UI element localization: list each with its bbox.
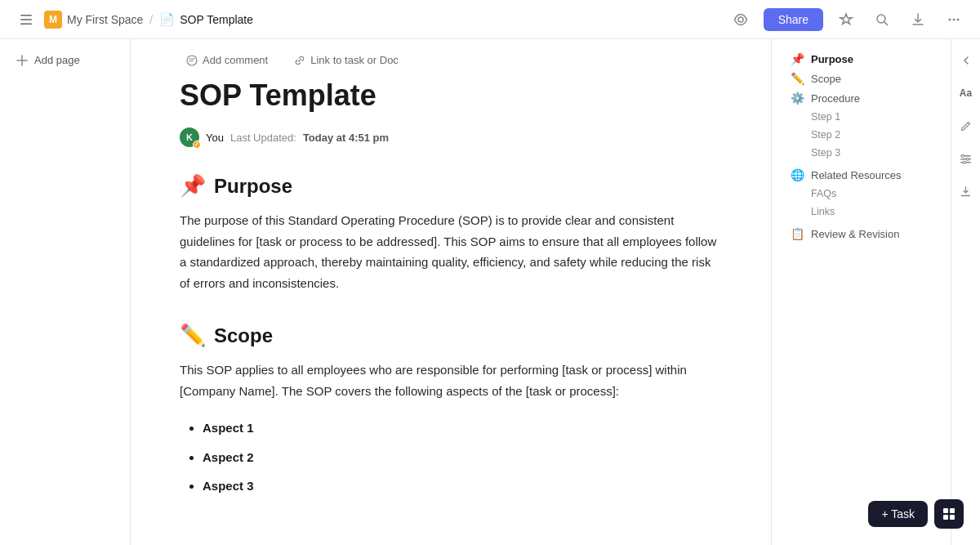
svg-point-7 [957, 18, 960, 20]
toc-review-icon: 📋 [790, 227, 804, 240]
svg-point-3 [738, 17, 743, 22]
toc-scope-icon: ✏️ [790, 72, 804, 85]
svg-rect-2 [20, 23, 32, 25]
add-page-button[interactable]: Add page [5, 49, 125, 71]
doc-icon: 📄 [159, 12, 175, 27]
star-button[interactable] [833, 7, 859, 33]
svg-point-5 [949, 18, 951, 20]
purpose-emoji: 📌 [180, 173, 206, 199]
svg-point-13 [967, 158, 969, 160]
breadcrumb-separator: / [149, 13, 153, 26]
purpose-body: The purpose of this Standard Operating P… [180, 210, 722, 293]
sidebar-toggle-button[interactable] [13, 7, 39, 33]
purpose-heading: 📌 Purpose [180, 173, 722, 199]
settings-icon[interactable] [955, 147, 978, 170]
font-size-icon[interactable]: Aa [955, 82, 978, 105]
watch-button[interactable] [728, 7, 754, 33]
main-content: Add comment Link to task or Doc SOP Temp… [131, 39, 771, 545]
scope-emoji: ✏️ [180, 323, 206, 348]
svg-point-6 [953, 18, 956, 20]
doc-toolbar: Add comment Link to task or Doc [180, 39, 722, 78]
add-task-button[interactable]: + Task [868, 501, 928, 527]
export-icon[interactable] [955, 180, 978, 203]
toc-step-1[interactable]: Step 1 [777, 109, 946, 125]
aspects-list: Aspect 1 Aspect 2 Aspect 3 [180, 418, 722, 497]
svg-rect-17 [943, 515, 948, 520]
toc-related-icon: 🌐 [790, 168, 804, 181]
toc-procedure-label: Procedure [811, 92, 860, 105]
right-toolbar: Aa [951, 39, 980, 545]
table-of-contents: 📌 Purpose ✏️ Scope ⚙️ Procedure Step 1 S… [771, 39, 951, 545]
link-to-task-button[interactable]: Link to task or Doc [287, 51, 405, 69]
toc-related-label: Related Resources [811, 169, 902, 181]
top-navigation: M My First Space / 📄 SOP Template Share [0, 0, 980, 39]
toc-related-resources[interactable]: 🌐 Related Resources [777, 165, 946, 185]
nav-actions: Share [728, 7, 967, 33]
space-name[interactable]: My First Space [67, 13, 143, 26]
toc-purpose[interactable]: 📌 Purpose [777, 49, 946, 69]
scope-section: ✏️ Scope This SOP applies to all employe… [180, 323, 722, 497]
svg-rect-18 [950, 515, 955, 520]
toc-procedure[interactable]: ⚙️ Procedure [777, 88, 946, 108]
toc-links[interactable]: Links [777, 203, 946, 220]
collapse-icon[interactable] [955, 49, 978, 72]
scope-heading: ✏️ Scope [180, 323, 722, 348]
scope-body: This SOP applies to all employees who ar… [180, 360, 722, 497]
purpose-heading-text: Purpose [214, 175, 292, 198]
toc-scope[interactable]: ✏️ Scope [777, 69, 946, 88]
toc-procedure-icon: ⚙️ [790, 92, 804, 105]
download-button[interactable] [905, 7, 931, 33]
toc-review[interactable]: 📋 Review & Revision [777, 224, 946, 243]
svg-point-12 [962, 154, 964, 157]
last-updated-prefix: Last Updated: [230, 132, 296, 144]
aspect-3: Aspect 3 [203, 476, 722, 497]
breadcrumb: M My First Space / 📄 SOP Template [13, 7, 253, 33]
body-layout: Add page Add comment Link to task or Doc… [0, 39, 980, 545]
toc-purpose-label: Purpose [811, 53, 853, 65]
toc-review-label: Review & Revision [811, 228, 899, 240]
toc-step-2[interactable]: Step 2 [777, 127, 946, 143]
toc-faqs[interactable]: FAQs [777, 185, 946, 202]
bottom-actions: + Task [868, 499, 964, 529]
add-comment-button[interactable]: Add comment [180, 51, 274, 69]
svg-point-14 [964, 161, 966, 163]
svg-rect-1 [20, 19, 32, 20]
svg-rect-16 [950, 508, 955, 513]
last-updated-time: Today at 4:51 pm [303, 132, 389, 144]
search-button[interactable] [869, 7, 895, 33]
avatar-badge: ✓ [193, 141, 201, 149]
scope-heading-text: Scope [214, 324, 273, 347]
more-options-button[interactable] [941, 7, 967, 33]
svg-rect-15 [943, 508, 948, 513]
toc-step-3[interactable]: Step 3 [777, 145, 946, 161]
document-title: SOP Template [180, 78, 722, 113]
avatar: K ✓ [180, 127, 199, 147]
toc-purpose-icon: 📌 [790, 52, 804, 65]
grid-button[interactable] [934, 499, 964, 529]
pencil-icon[interactable] [955, 114, 978, 137]
svg-rect-0 [20, 15, 32, 16]
toc-scope-label: Scope [811, 73, 841, 85]
left-panel: Add page [0, 39, 131, 545]
aspect-1: Aspect 1 [203, 418, 722, 439]
share-button[interactable]: Share [764, 8, 823, 31]
author-row: K ✓ You Last Updated: Today at 4:51 pm [180, 127, 722, 147]
scope-intro: This SOP applies to all employees who ar… [180, 360, 722, 401]
space-logo: M [44, 11, 62, 29]
author-name: You [206, 132, 224, 144]
aspect-2: Aspect 2 [203, 447, 722, 468]
purpose-section: 📌 Purpose The purpose of this Standard O… [180, 173, 722, 293]
doc-title-nav: SOP Template [180, 13, 253, 26]
